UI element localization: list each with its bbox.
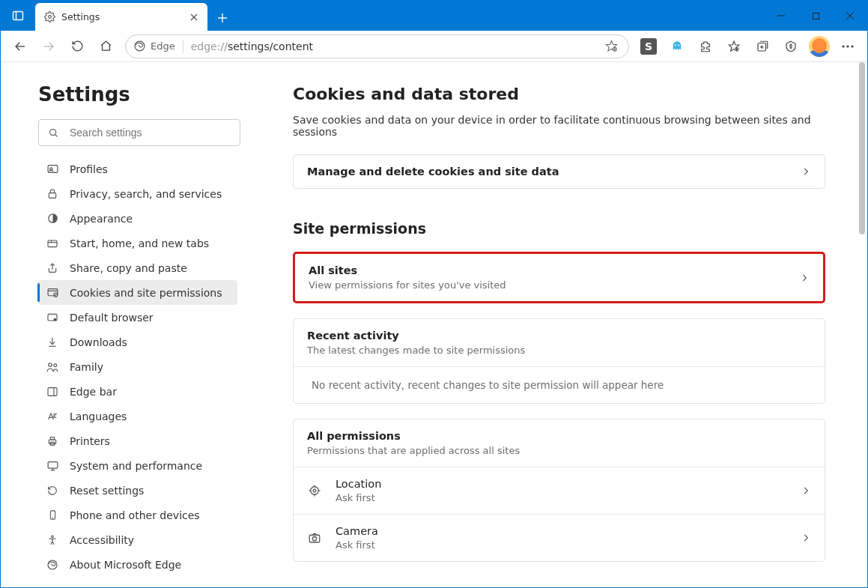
- vertical-scrollbar[interactable]: [858, 62, 866, 234]
- new-tab-button[interactable]: [210, 6, 234, 30]
- nav-label: Accessibility: [70, 534, 134, 546]
- edgebar-icon: [46, 385, 59, 398]
- nav-reset[interactable]: Reset settings: [38, 478, 237, 503]
- svg-point-43: [54, 318, 56, 321]
- profile-avatar[interactable]: [806, 33, 833, 60]
- address-separator: [183, 40, 183, 53]
- nav-label: Reset settings: [70, 485, 144, 497]
- gear-icon: [44, 11, 55, 22]
- chevron-right-icon: [801, 533, 811, 543]
- titlebar: Settings: [1, 1, 867, 31]
- tab-title: Settings: [61, 11, 182, 22]
- extension-ghost-button[interactable]: [664, 33, 691, 60]
- nav-default-browser[interactable]: Default browser: [38, 305, 237, 330]
- all-permissions-sub: Permissions that are applied across all …: [307, 445, 811, 456]
- cookies-section-title: Cookies and data stored: [293, 85, 825, 103]
- all-sites-card: All sites View permissions for sites you…: [293, 252, 825, 303]
- location-icon: [307, 483, 322, 498]
- nav-share[interactable]: Share, copy and paste: [38, 255, 237, 280]
- permission-camera-row[interactable]: Camera Ask first: [294, 515, 825, 561]
- nav-label: About Microsoft Edge: [70, 559, 181, 571]
- svg-point-2: [49, 16, 52, 19]
- cookies-section-desc: Save cookies and data on your device in …: [293, 114, 825, 138]
- site-permissions-title: Site permissions: [293, 220, 825, 237]
- settings-sidebar: Settings Profiles Privacy, search, and s…: [1, 62, 255, 587]
- accessibility-icon: [46, 533, 59, 547]
- tab-actions-icon[interactable]: [1, 1, 35, 31]
- all-sites-title: All sites: [309, 264, 799, 276]
- nav-privacy[interactable]: Privacy, search, and services: [38, 181, 237, 206]
- favorites-button[interactable]: [720, 33, 747, 60]
- back-button[interactable]: [7, 33, 34, 60]
- nav-downloads[interactable]: Downloads: [38, 330, 237, 354]
- search-input[interactable]: [70, 127, 231, 139]
- permission-location-row[interactable]: Location Ask first: [294, 467, 825, 514]
- cookies-icon: [46, 286, 59, 300]
- language-icon: [46, 410, 59, 423]
- extension-s-button[interactable]: S: [635, 33, 662, 60]
- svg-line-30: [55, 134, 58, 136]
- svg-point-18: [675, 44, 676, 46]
- svg-rect-0: [13, 12, 23, 20]
- address-url: edge://settings/content: [191, 40, 594, 52]
- browser-icon: [46, 311, 59, 324]
- browser-tab[interactable]: Settings: [35, 3, 207, 31]
- nav-start[interactable]: Start, home, and new tabs: [38, 231, 237, 255]
- nav-label: Profiles: [70, 163, 108, 175]
- home-button[interactable]: [92, 33, 119, 60]
- svg-point-61: [311, 487, 319, 495]
- nav-phone[interactable]: Phone and other devices: [38, 503, 237, 527]
- nav-label: System and performance: [70, 460, 202, 472]
- permission-sub: Ask first: [336, 539, 787, 551]
- manage-cookies-card: Manage and delete cookies and site data: [293, 154, 825, 189]
- reload-button[interactable]: [64, 33, 91, 60]
- family-icon: [46, 360, 59, 374]
- window-minimize-button[interactable]: [764, 1, 798, 31]
- system-icon: [46, 459, 59, 473]
- profile-icon: [46, 163, 59, 176]
- nav-label: Family: [70, 361, 103, 373]
- settings-heading: Settings: [38, 83, 237, 106]
- nav-profiles[interactable]: Profiles: [38, 157, 237, 181]
- window-close-button[interactable]: [833, 1, 867, 31]
- svg-point-62: [313, 489, 316, 492]
- search-settings[interactable]: [38, 119, 240, 146]
- nav-system[interactable]: System and performance: [38, 453, 237, 478]
- nav-about[interactable]: About Microsoft Edge: [38, 552, 237, 577]
- more-button[interactable]: [834, 33, 861, 60]
- favorite-button[interactable]: [601, 37, 621, 56]
- browser-toolbar: Edge edge://settings/content S: [1, 31, 867, 62]
- settings-nav: Profiles Privacy, search, and services A…: [38, 157, 237, 577]
- all-sites-row[interactable]: All sites View permissions for sites you…: [295, 254, 823, 301]
- svg-rect-54: [48, 462, 58, 469]
- svg-point-46: [49, 363, 52, 366]
- window-maximize-button[interactable]: [798, 1, 833, 31]
- tab-close-button[interactable]: [188, 11, 200, 23]
- svg-rect-35: [48, 240, 57, 247]
- nav-edgebar[interactable]: Edge bar: [38, 379, 237, 404]
- nav-accessibility[interactable]: Accessibility: [38, 527, 237, 552]
- browser-essentials-button[interactable]: [777, 33, 804, 60]
- svg-rect-52: [50, 437, 54, 439]
- permission-sub: Ask first: [336, 492, 787, 503]
- camera-icon: [307, 530, 322, 545]
- nav-printers[interactable]: Printers: [38, 428, 237, 453]
- appearance-icon: [46, 212, 59, 225]
- download-icon: [46, 336, 59, 349]
- svg-rect-67: [309, 535, 320, 542]
- nav-appearance[interactable]: Appearance: [38, 206, 237, 231]
- address-bar[interactable]: Edge edge://settings/content: [125, 34, 629, 58]
- nav-label: Start, home, and new tabs: [70, 237, 209, 249]
- collections-button[interactable]: [749, 33, 776, 60]
- manage-cookies-row[interactable]: Manage and delete cookies and site data: [294, 155, 825, 188]
- chevron-right-icon: [801, 485, 811, 496]
- printer-icon: [46, 434, 59, 448]
- recent-activity-empty: No recent activity, recent changes to si…: [294, 367, 825, 403]
- forward-button[interactable]: [35, 33, 62, 60]
- recent-activity-header: Recent activity The latest changes made …: [294, 319, 825, 366]
- nav-languages[interactable]: Languages: [38, 404, 237, 428]
- nav-cookies[interactable]: Cookies and site permissions: [38, 280, 237, 305]
- edge-icon: [46, 558, 59, 572]
- nav-family[interactable]: Family: [38, 354, 237, 379]
- extensions-button[interactable]: [692, 33, 719, 60]
